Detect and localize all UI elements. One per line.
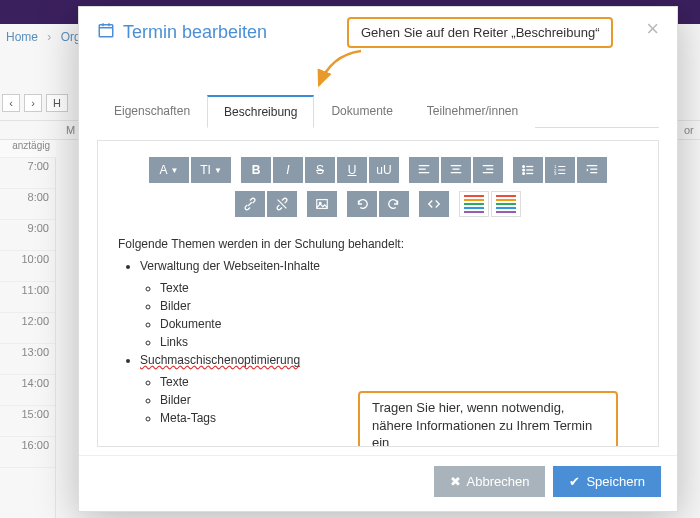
list-unordered-button[interactable] — [513, 157, 543, 183]
close-icon: ✖ — [450, 474, 461, 489]
bold-button[interactable]: B — [241, 157, 271, 183]
tab-documents[interactable]: Dokumente — [314, 95, 409, 128]
tab-properties[interactable]: Eigenschaften — [97, 95, 207, 128]
align-left-button[interactable] — [409, 157, 439, 183]
list-item: Bilder — [160, 297, 638, 315]
list-ordered-button[interactable]: 123 — [545, 157, 575, 183]
annotation-callout-editor: Tragen Sie hier, wenn notwendig, nähere … — [358, 391, 618, 447]
time-slot: 14:00 — [0, 375, 55, 406]
time-slot: 9:00 — [0, 220, 55, 251]
heading-button[interactable]: TI ▼ — [191, 157, 231, 183]
annotation-callout-top: Gehen Sie auf den Reiter „Beschreibung“ — [347, 17, 613, 48]
svg-text:3: 3 — [554, 171, 557, 176]
link-button[interactable] — [235, 191, 265, 217]
next-button[interactable]: › — [24, 94, 42, 112]
save-label: Speichern — [586, 474, 645, 489]
cancel-label: Abbrechen — [467, 474, 530, 489]
breadcrumb-home[interactable]: Home — [6, 30, 38, 44]
list-item: Dokumente — [160, 315, 638, 333]
redo-button[interactable] — [379, 191, 409, 217]
list-item: Links — [160, 333, 638, 351]
tab-description[interactable]: Beschreibung — [207, 95, 314, 128]
time-slot: 16:00 — [0, 437, 55, 468]
list-item: Texte — [160, 279, 638, 297]
callout-text: Gehen Sie auf den Reiter „Beschreibung“ — [361, 25, 599, 40]
dialog-footer: ✖ Abbrechen ✔ Speichern — [79, 455, 677, 511]
svg-rect-29 — [317, 200, 328, 209]
tab-panel-description: A ▼ TI ▼ B I S U uU 123 — [97, 140, 659, 447]
svg-point-13 — [523, 166, 525, 168]
svg-line-28 — [278, 200, 287, 209]
close-icon[interactable]: × — [646, 21, 659, 37]
tab-attendees[interactable]: Teilnehmer/innen — [410, 95, 535, 128]
list-item: Verwaltung der Webseiten-InhalteTexteBil… — [140, 257, 638, 351]
textcolor-button[interactable] — [459, 191, 489, 217]
codeview-button[interactable] — [419, 191, 449, 217]
align-center-button[interactable] — [441, 157, 471, 183]
underline-button[interactable]: U — [337, 157, 367, 183]
list-item: Texte — [160, 373, 638, 391]
time-slot: 13:00 — [0, 344, 55, 375]
time-slot: 10:00 — [0, 251, 55, 282]
italic-button[interactable]: I — [273, 157, 303, 183]
time-column: 7:008:009:0010:0011:0012:0013:0014:0015:… — [0, 158, 56, 518]
richtext-toolbar: A ▼ TI ▼ B I S U uU 123 — [112, 151, 644, 227]
font-family-button[interactable]: A ▼ — [149, 157, 189, 183]
calendar-icon — [97, 21, 115, 44]
time-slot: 7:00 — [0, 158, 55, 189]
callout-text: Tragen Sie hier, wenn notwendig, nähere … — [372, 400, 592, 447]
dialog-title: Termin bearbeiten — [97, 21, 267, 44]
indent-button[interactable] — [577, 157, 607, 183]
strike-button[interactable]: S — [305, 157, 335, 183]
cancel-button[interactable]: ✖ Abbrechen — [434, 466, 546, 497]
editor-intro: Folgende Themen werden in der Schulung b… — [118, 235, 638, 253]
chevron-right-icon: › — [47, 30, 51, 44]
time-slot: 11:00 — [0, 282, 55, 313]
edit-appointment-dialog: Termin bearbeiten × Gehen Sie auf den Re… — [78, 6, 678, 512]
align-right-button[interactable] — [473, 157, 503, 183]
calendar-nav: ‹ › H — [2, 94, 68, 112]
allday-label: anztägig — [0, 140, 56, 158]
time-slot: 15:00 — [0, 406, 55, 437]
prev-button[interactable]: ‹ — [2, 94, 20, 112]
svg-point-15 — [523, 169, 525, 171]
image-button[interactable] — [307, 191, 337, 217]
clearformat-button[interactable]: uU — [369, 157, 399, 183]
undo-button[interactable] — [347, 191, 377, 217]
bgcolor-button[interactable] — [491, 191, 521, 217]
save-button[interactable]: ✔ Speichern — [553, 466, 661, 497]
svg-rect-0 — [99, 25, 113, 37]
unlink-button[interactable] — [267, 191, 297, 217]
svg-point-17 — [523, 173, 525, 175]
time-slot: 8:00 — [0, 189, 55, 220]
check-icon: ✔ — [569, 474, 580, 489]
today-button[interactable]: H — [46, 94, 68, 112]
day-label: or — [680, 121, 700, 139]
time-slot: 12:00 — [0, 313, 55, 344]
dialog-tabs: Eigenschaften Beschreibung Dokumente Tei… — [97, 94, 659, 128]
dialog-title-text: Termin bearbeiten — [123, 22, 267, 43]
